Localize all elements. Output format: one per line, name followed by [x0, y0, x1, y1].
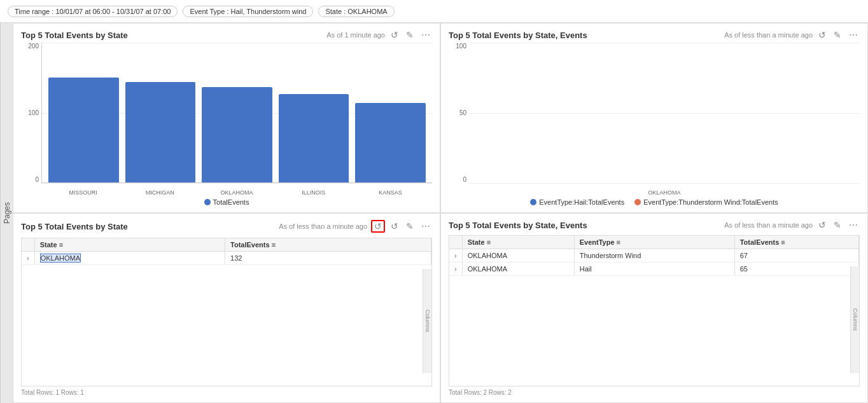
table-head-bottom-right: State ≡ EventType ≡ TotalEvents ≡: [449, 236, 859, 249]
bars-top-left: [41, 43, 432, 183]
bar-michigan: [125, 43, 196, 182]
y-axis-top-right: 100 50 0: [449, 43, 466, 183]
panel-bottom-left-footer: Total Rows: 1 Rows: 1: [21, 389, 432, 396]
x-labels-top-left: MISSOURI MICHIGAN OKLAHOMA ILLINOIS KANS…: [41, 189, 432, 196]
state-cell-r1: OKLAHOMA: [462, 249, 574, 263]
expand-col-header-right: [449, 236, 462, 249]
expand-col-header: [22, 238, 34, 252]
panel-bottom-right-header: Top 5 Total Events by State, Events As o…: [449, 220, 860, 230]
panel-top-left-title: Top 5 Total Events by State: [21, 31, 128, 40]
refresh-button-bottom-left-highlighted[interactable]: ↺: [371, 220, 385, 233]
panel-bottom-right: Top 5 Total Events by State, Events As o…: [440, 213, 868, 403]
chart-area-top-right: 100 50 0 OKLAHOMA: [449, 43, 860, 196]
legend-dot-blue: [204, 199, 211, 205]
data-table-bottom-right: State ≡ EventType ≡ TotalEvents ≡ › OKLA…: [449, 236, 859, 276]
legend-thunderstorm: EventType:Thunderstorm Wind:TotalEvents: [634, 198, 778, 206]
panel-top-left-meta: As of 1 minute ago ↺ ✎ ⋯: [326, 30, 432, 40]
panel-bottom-right-footer: Total Rows: 2 Rows: 2: [449, 389, 860, 396]
edit-button-bottom-left[interactable]: ✎: [404, 221, 416, 231]
filter-icon-totalevents: ≡: [272, 241, 276, 249]
panel-top-right-meta: As of less than a minute ago ↺ ✎ ⋯: [724, 30, 860, 40]
expand-cell-r2[interactable]: ›: [449, 263, 462, 276]
eventtype-cell-r1: Thunderstorm Wind: [574, 249, 734, 263]
table-bottom-left: State ≡ TotalEvents ≡ › OKLAHOMA 132 Col…: [21, 238, 432, 386]
panel-bottom-left: Top 5 Total Events by State As of less t…: [13, 213, 440, 403]
columns-sidebar-bottom-left[interactable]: Columns: [423, 269, 431, 373]
table-row[interactable]: › OKLAHOMA 132: [22, 252, 431, 265]
refresh-button-top-left[interactable]: ↺: [389, 30, 400, 40]
top-bar: Time range : 10/01/07 at 06:00 - 10/31/0…: [0, 0, 868, 23]
panel-top-right-timestamp: As of less than a minute ago: [724, 31, 813, 39]
legend-dot-blue-right: [530, 199, 536, 205]
filter-icon-totalevents-right: ≡: [781, 238, 785, 246]
panel-top-right-header: Top 5 Total Events by State, Events As o…: [449, 30, 860, 40]
state-filter[interactable]: State : OKLAHOMA: [318, 6, 394, 17]
edit-button-bottom-right[interactable]: ✎: [832, 220, 843, 230]
totalevents-col-header-right[interactable]: TotalEvents ≡: [734, 236, 858, 249]
time-range-filter[interactable]: Time range : 10/01/07 at 06:00 - 10/31/0…: [8, 6, 178, 17]
expand-cell[interactable]: ›: [22, 252, 34, 265]
legend-top-right: EventType:Hail:TotalEvents EventType:Thu…: [449, 198, 860, 206]
legend-dot-orange: [634, 199, 641, 205]
panel-top-right-title: Top 5 Total Events by State, Events: [449, 31, 587, 40]
x-labels-top-right: OKLAHOMA: [469, 189, 860, 196]
chart-area-top-left: 200 100 0: [21, 43, 432, 196]
panel-top-right: Top 5 Total Events by State, Events As o…: [440, 23, 868, 213]
filter-icon-eventtype: ≡: [617, 238, 620, 246]
edit-button-top-right[interactable]: ✎: [832, 30, 843, 40]
table-head-bottom-left: State ≡ TotalEvents ≡: [22, 238, 431, 252]
totalevents-cell-r1: 67: [734, 249, 858, 263]
y-axis-top-left: 200 100 0: [21, 43, 39, 183]
refresh-button-bottom-right[interactable]: ↺: [816, 220, 828, 230]
state-col-header[interactable]: State ≡: [34, 238, 225, 252]
panel-bottom-left-title: Top 5 Total Events by State: [21, 222, 128, 231]
eventtype-cell-r2: Hail: [574, 263, 734, 276]
table-row[interactable]: › OKLAHOMA Hail 65: [449, 263, 859, 276]
expand-icon-r2[interactable]: ›: [454, 265, 457, 273]
filter-icon-state: ≡: [59, 241, 63, 249]
expand-icon[interactable]: ›: [27, 254, 29, 262]
totalevents-cell-r2: 65: [734, 263, 858, 276]
panel-top-left-header: Top 5 Total Events by State As of 1 minu…: [21, 30, 432, 40]
filter-icon-state-right: ≡: [487, 238, 491, 246]
more-button-bottom-right[interactable]: ⋯: [847, 220, 860, 230]
legend-totalevents: TotalEvents: [204, 198, 249, 206]
eventtype-col-header[interactable]: EventType ≡: [574, 236, 734, 249]
table-header-row-bottom-right: State ≡ EventType ≡ TotalEvents ≡: [449, 236, 859, 249]
refresh-button-top-right[interactable]: ↺: [816, 30, 828, 40]
event-type-filter[interactable]: Event Type : Hail, Thunderstorm wind: [183, 6, 313, 17]
expand-cell-r1[interactable]: ›: [449, 249, 462, 263]
state-cell: OKLAHOMA: [34, 252, 225, 265]
bar-missouri: [48, 43, 119, 182]
bar-oklahoma: [202, 43, 272, 182]
expand-icon-r1[interactable]: ›: [454, 252, 457, 259]
table-bottom-right: State ≡ EventType ≡ TotalEvents ≡ › OKLA…: [449, 235, 860, 386]
panel-bottom-right-title: Top 5 Total Events by State, Events: [449, 221, 587, 230]
table-body-bottom-left: › OKLAHOMA 132: [22, 252, 431, 265]
panel-bottom-left-header: Top 5 Total Events by State As of less t…: [21, 220, 432, 233]
panel-bottom-left-meta: As of less than a minute ago ↺ ↺ ✎ ⋯: [279, 220, 432, 233]
pages-tab[interactable]: Pages: [0, 23, 13, 403]
table-body-bottom-right: › OKLAHOMA Thunderstorm Wind 67 › OKLAHO…: [449, 249, 859, 276]
state-value: OKLAHOMA: [40, 254, 81, 263]
table-row[interactable]: › OKLAHOMA Thunderstorm Wind 67: [449, 249, 859, 263]
data-table-bottom-left: State ≡ TotalEvents ≡ › OKLAHOMA 132: [22, 238, 431, 265]
table-header-row-bottom-left: State ≡ TotalEvents ≡: [22, 238, 431, 252]
main-content: Top 5 Total Events by State As of 1 minu…: [13, 23, 868, 403]
bars-top-right: [469, 43, 860, 183]
refresh-button-bottom-left-2[interactable]: ↺: [389, 221, 400, 231]
edit-button-top-left[interactable]: ✎: [404, 30, 416, 40]
bar-kansas: [355, 43, 426, 182]
totalevents-cell: 132: [225, 252, 431, 265]
panel-top-left-timestamp: As of 1 minute ago: [326, 31, 385, 39]
more-button-bottom-left[interactable]: ⋯: [419, 221, 432, 231]
more-button-top-left[interactable]: ⋯: [419, 30, 432, 40]
bar-illinois: [279, 43, 349, 182]
columns-sidebar-bottom-right[interactable]: Columns: [850, 266, 859, 373]
totalevents-col-header[interactable]: TotalEvents ≡: [225, 238, 431, 252]
legend-top-left: TotalEvents: [21, 198, 432, 206]
state-cell-r2: OKLAHOMA: [462, 263, 574, 276]
panel-bottom-left-timestamp: As of less than a minute ago: [279, 222, 367, 230]
more-button-top-right[interactable]: ⋯: [847, 30, 860, 40]
state-col-header-right[interactable]: State ≡: [462, 236, 574, 249]
